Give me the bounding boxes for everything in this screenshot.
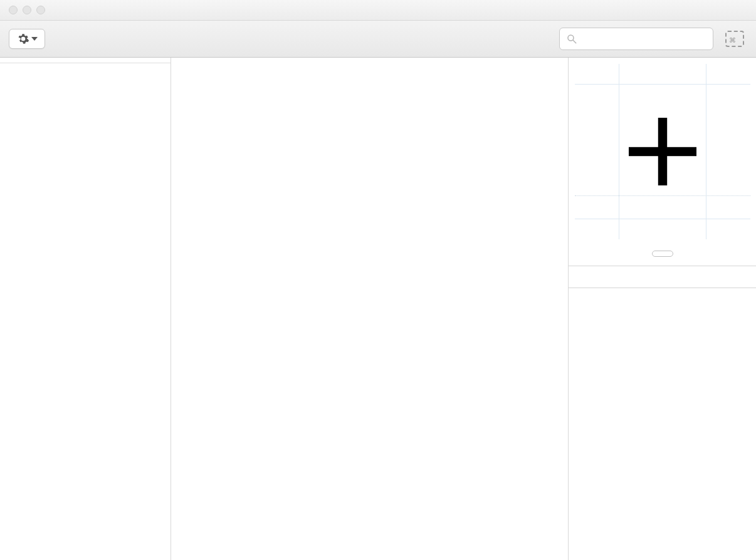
search-input[interactable] <box>582 31 706 47</box>
keyboard-icon <box>725 31 744 47</box>
zoom-window-button[interactable] <box>36 6 45 14</box>
svg-line-1 <box>573 40 576 43</box>
detail-panel <box>568 58 756 560</box>
related-characters-grid <box>569 281 756 288</box>
close-window-button[interactable] <box>9 6 18 14</box>
font-variation-header <box>569 288 756 303</box>
related-characters-header <box>569 266 756 281</box>
title-bar <box>0 0 756 21</box>
toolbar <box>0 21 756 58</box>
svg-point-0 <box>568 35 574 41</box>
search-icon <box>566 33 577 44</box>
sidebar <box>0 58 171 560</box>
character-grid[interactable] <box>171 58 568 560</box>
favorites-toggle[interactable] <box>722 28 747 50</box>
sidebar-separator <box>0 63 171 63</box>
character-preview <box>575 64 750 239</box>
search-box[interactable] <box>559 28 713 50</box>
gear-icon <box>17 33 29 45</box>
settings-button[interactable] <box>9 29 45 49</box>
add-to-favorites-button[interactable] <box>652 251 673 257</box>
window-controls <box>0 6 45 14</box>
preview-box <box>569 58 756 266</box>
minimize-window-button[interactable] <box>23 6 31 14</box>
svg-rect-3 <box>629 147 696 156</box>
chevron-down-icon <box>31 37 38 41</box>
plus-icon <box>625 114 700 189</box>
